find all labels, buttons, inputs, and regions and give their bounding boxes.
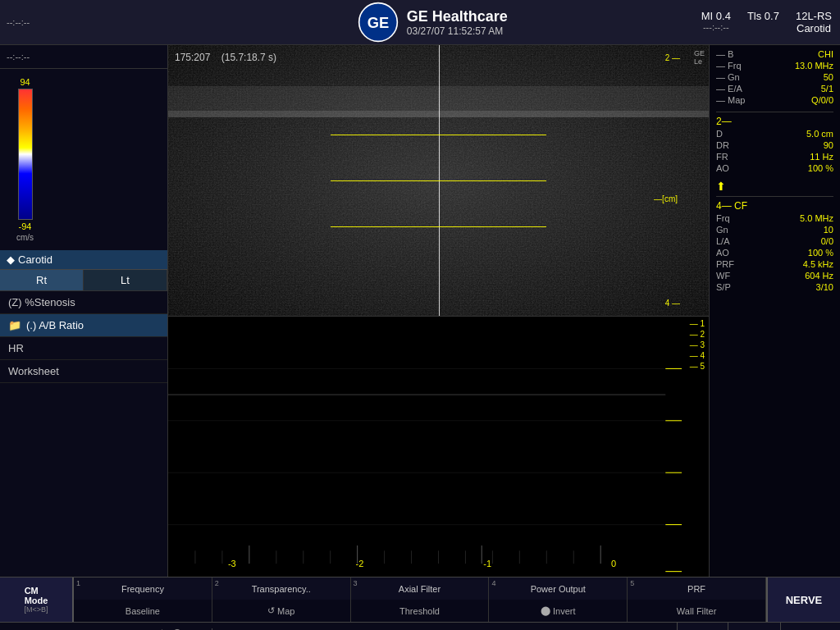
cf-frq-label: Frq	[716, 213, 730, 223]
cf-gn-row: Gn 10	[716, 225, 833, 235]
d-value: 5.0 cm	[806, 129, 833, 139]
bottom-toolbar: CMMode [M<>B] 1 Frequency 2 Transparency…	[0, 577, 840, 622]
cf-sp-value: 3/10	[816, 282, 833, 292]
cm-label: —[cm]	[654, 194, 678, 203]
colorbar	[18, 89, 33, 220]
d-section: 2— D 5.0 cm DR 90 FR 11 Hz AO 100 %	[716, 116, 833, 173]
header-time-left: --:--:--	[0, 17, 164, 27]
toolbar-btn-frequency[interactable]: 1 Frequency	[74, 578, 212, 600]
rt-lt-row: Rt Lt	[0, 270, 167, 291]
folder-icon: 📁	[8, 319, 21, 331]
cf-sp-label: S/P	[716, 282, 731, 292]
pos-button[interactable]: Pos	[677, 623, 728, 631]
probe-mode: Carotid	[797, 22, 831, 34]
toolbar-bottom-row: Baseline ↺ Map Threshold ⬤ Invert Wall F…	[74, 600, 766, 622]
depth-button[interactable]: Depth	[780, 623, 840, 631]
sub-baseline-label: Baseline	[126, 606, 160, 616]
nerve-box[interactable]: NERVE	[766, 578, 840, 622]
toolbar-btn-power-output[interactable]: 4 Power Output	[489, 578, 628, 600]
lt-button[interactable]: Lt	[84, 270, 167, 290]
sidebar-item-stenosis[interactable]: (Z) %Stenosis	[0, 291, 167, 314]
company-name: GE Healthcare	[407, 8, 508, 25]
ab-ratio-label: (.) A/B Ratio	[26, 319, 84, 331]
scale-1: — 1	[690, 319, 705, 328]
ultrasound-image: GELe 2 — 4 — —[cm]	[168, 45, 709, 316]
sub-invert-icon: ⬤	[541, 605, 550, 616]
gn-value: 50	[824, 72, 833, 82]
dr-row: DR 90	[716, 140, 833, 150]
scale-4-d: — 4	[690, 351, 705, 360]
sidebar-timer: --:--:--	[0, 45, 167, 69]
cf-sp-row: S/P 3/10	[716, 282, 833, 292]
divider-1	[716, 112, 833, 112]
colorbar-container: 94 -94 cm/s	[0, 69, 167, 250]
toolbar-top-row: 1 Frequency 2 Transparency.. 3 Axial Fil…	[74, 578, 766, 600]
ea-value: 5/1	[821, 84, 833, 94]
nerve-label: NERVE	[786, 594, 823, 606]
cf-gn-value: 10	[824, 225, 833, 235]
worksheet-label: Worksheet	[8, 365, 59, 377]
scale-5: — 5	[690, 362, 705, 371]
header-datetime: 03/27/07 11:52:57 AM	[407, 25, 508, 37]
btn-power-output-label: Power Output	[531, 584, 586, 594]
toolbar-sub-baseline[interactable]: Baseline	[74, 600, 212, 622]
dr-label: DR	[716, 140, 729, 150]
fr-value: 11 Hz	[810, 152, 833, 162]
sidebar-item-ab-ratio[interactable]: 📁 (.) A/B Ratio	[0, 314, 167, 337]
right-panel: — B CHI — Frq 13.0 MHz — Gn 50 — E/A 5/1…	[709, 45, 840, 577]
sidebar-item-worksheet[interactable]: Worksheet	[0, 360, 167, 383]
doppler-area: — 1 — 2 — 3 — 4 — 5 -3 -2 -1 0	[168, 316, 709, 577]
btn-prf-label: PRF	[687, 584, 705, 594]
fr-row: FR 11 Hz	[716, 152, 833, 162]
sub-threshold-label: Threshold	[399, 606, 440, 616]
frq-value: 13.0 MHz	[795, 61, 833, 71]
b-label: — B	[716, 49, 733, 59]
cf-la-row: L/A 0/0	[716, 236, 833, 246]
cm-mode-box[interactable]: CMMode [M<>B]	[0, 578, 74, 622]
carotid-header[interactable]: ◆ Carotid	[0, 250, 167, 270]
header: --:--:-- GE GE Healthcare 03/27/07 11:52…	[0, 0, 840, 45]
cf-prf-label: PRF	[716, 259, 734, 269]
scale-4: 4 —	[665, 299, 680, 308]
btn-frequency-label: Frequency	[121, 584, 164, 594]
toolbar-btn-transparency[interactable]: 2 Transparency..	[212, 578, 351, 600]
status-right-buttons: Pos Size Depth	[212, 623, 840, 631]
status-bar: 03/27/07 11:52:57AM start M Pos Size Dep…	[0, 622, 840, 630]
crosshair-h2	[331, 180, 547, 181]
marker-4: 4— CF	[716, 200, 833, 212]
toolbar-sub-map[interactable]: ↺ Map	[212, 600, 351, 622]
toolbar-btn-axial-filter[interactable]: 3 Axial Filter	[351, 578, 490, 600]
sidebar-item-hr[interactable]: HR	[0, 337, 167, 360]
toolbar-sub-threshold[interactable]: Threshold	[351, 600, 490, 622]
size-button[interactable]: Size	[728, 623, 780, 631]
measurement-value: 175:207	[175, 52, 210, 63]
cf-wf-row: WF 604 Hz	[716, 271, 833, 281]
fr-label: FR	[716, 152, 728, 162]
colorbar-unit: cm/s	[16, 233, 34, 242]
mi-label-value: MI 0.4	[701, 10, 731, 22]
cf-gn-label: Gn	[716, 225, 728, 235]
b-value: CHI	[818, 49, 833, 59]
right-time: ---:--:--	[703, 22, 729, 32]
toolbar-sub-wall-filter[interactable]: Wall Filter	[628, 600, 766, 622]
cf-ao-row: AO 100 %	[716, 248, 833, 258]
toolbar-btn-prf[interactable]: 5 PRF	[628, 578, 766, 600]
x-scale-0: 0	[611, 559, 616, 568]
toolbar-sub-invert[interactable]: ⬤ Invert	[489, 600, 628, 622]
carotid-diamond-icon: ◆	[7, 253, 15, 266]
stenosis-label: (Z) %Stenosis	[8, 296, 75, 308]
header-title: GE Healthcare 03/27/07 11:52:57 AM	[407, 8, 508, 37]
cm-mode-sub: [M<>B]	[24, 605, 48, 614]
frq-label: — Frq	[716, 61, 742, 71]
crosshair-h1	[331, 135, 547, 135]
rt-button[interactable]: Rt	[0, 270, 84, 290]
doppler-svg	[168, 317, 709, 577]
scale-3: — 3	[690, 340, 705, 349]
cf-prf-row: PRF 4.5 kHz	[716, 259, 833, 269]
measurement-display: 175:207 (15.7:18.7 s)	[175, 52, 276, 63]
ge-label: GELe	[694, 49, 705, 66]
cf-section: 4— CF Frq 5.0 MHz Gn 10 L/A 0/0 AO 100 %…	[716, 200, 833, 292]
sub-map-icon: ↺	[267, 605, 275, 616]
btn-num-2: 2	[215, 579, 219, 587]
sidebar: --:--:-- 94 -94 cm/s ◆ Carotid Rt Lt (Z)…	[0, 45, 168, 577]
